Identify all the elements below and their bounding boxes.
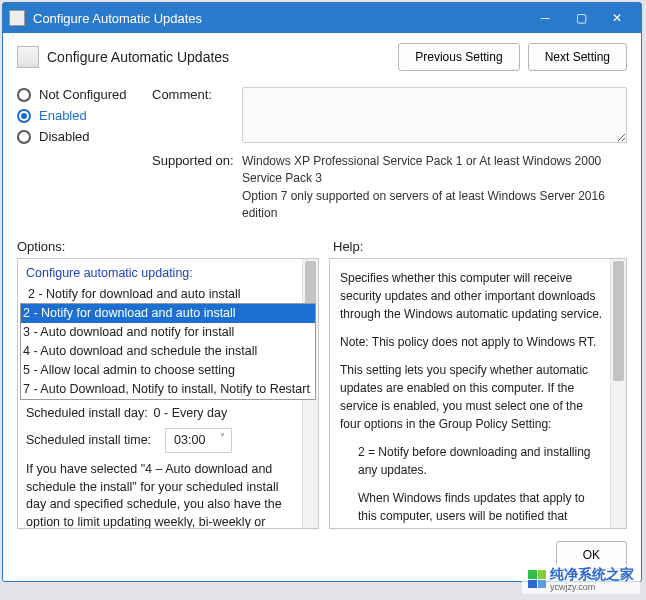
close-button[interactable]: ✕ [599,6,635,30]
sched-day-label: Scheduled install day: [26,405,148,422]
header-row: Configure Automatic Updates Previous Set… [3,33,641,77]
info-col: Comment: Supported on: Windows XP Profes… [152,81,627,229]
panels: Configure automatic updating: 2 - Notify… [3,258,641,535]
help-paragraph: When Windows finds updates that apply to… [358,489,604,529]
previous-setting-button[interactable]: Previous Setting [398,43,519,71]
panel-labels: Options: Help: [3,229,641,258]
radio-label: Enabled [39,108,87,123]
help-panel: Specifies whether this computer will rec… [329,258,627,529]
radio-label: Not Configured [39,87,126,102]
configure-updating-label: Configure automatic updating: [26,265,298,282]
dropdown-option[interactable]: 2 - Notify for download and auto install [21,304,315,323]
next-setting-button[interactable]: Next Setting [528,43,627,71]
configure-updating-dropdown[interactable]: 2 - Notify for download and auto install… [26,285,298,391]
maximize-button[interactable]: ▢ [563,6,599,30]
minimize-button[interactable]: ─ [527,6,563,30]
policy-icon [17,46,39,68]
sched-day-value: 0 - Every day [154,405,228,422]
watermark-logo-icon [528,570,546,588]
options-label: Options: [17,239,333,254]
watermark: 纯净系统之家 ycwjzy.com [522,564,640,594]
window-icon [9,10,25,26]
radio-icon [17,130,31,144]
title-bar: Configure Automatic Updates ─ ▢ ✕ [3,3,641,33]
page-title: Configure Automatic Updates [47,49,390,65]
radio-icon [17,109,31,123]
supported-on-text: Windows XP Professional Service Pack 1 o… [242,153,627,223]
options-explain-text: If you have selected "4 – Auto download … [26,461,298,529]
help-paragraph: 2 = Notify before downloading and instal… [358,443,604,479]
sched-time-select[interactable]: 03:00 [165,428,232,453]
window-title: Configure Automatic Updates [33,11,527,26]
dropdown-display-value: 2 - Notify for download and auto install [26,285,298,304]
radio-label: Disabled [39,129,90,144]
help-label: Help: [333,239,363,254]
radio-disabled[interactable]: Disabled [17,129,152,144]
help-scrollbar[interactable] [610,259,626,528]
dropdown-option[interactable]: 5 - Allow local admin to choose setting [21,361,315,380]
dropdown-option[interactable]: 7 - Auto Download, Notify to install, No… [21,380,315,399]
radio-not-configured[interactable]: Not Configured [17,87,152,102]
help-paragraph: Note: This policy does not apply to Wind… [340,333,604,351]
supported-on-label: Supported on: [152,153,242,223]
help-paragraph: This setting lets you specify whether au… [340,361,604,433]
radio-group: Not Configured Enabled Disabled [17,81,152,229]
radio-enabled[interactable]: Enabled [17,108,152,123]
dropdown-option[interactable]: 4 - Auto download and schedule the insta… [21,342,315,361]
help-paragraph: Specifies whether this computer will rec… [340,269,604,323]
comment-input[interactable] [242,87,627,143]
dropdown-option[interactable]: 3 - Auto download and notify for install [21,323,315,342]
dialog-window: Configure Automatic Updates ─ ▢ ✕ Config… [2,2,642,582]
radio-icon [17,88,31,102]
sched-time-label: Scheduled install time: [26,432,151,449]
comment-label: Comment: [152,87,242,143]
config-row: Not Configured Enabled Disabled Comment:… [3,77,641,229]
options-panel: Configure automatic updating: 2 - Notify… [17,258,319,529]
